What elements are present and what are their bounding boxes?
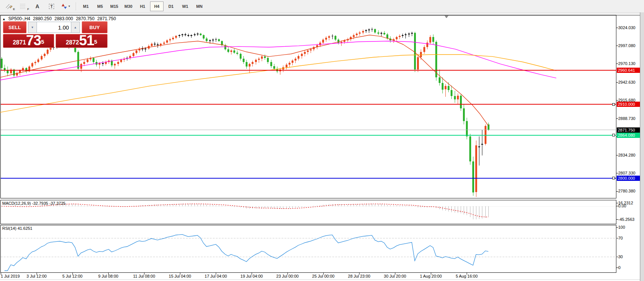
macd-main-value: -32.7935: [32, 201, 48, 206]
sell-fraction: 5: [41, 34, 44, 49]
rsi-value: 41.6251: [18, 226, 32, 231]
rsi-label: RSI(14) 41.6251: [2, 226, 32, 231]
trading-terminal-window: E F A T ▼ M1M5M15M30H1H4D1W1MN: [0, 0, 644, 281]
ohlc-open: 2880.250: [33, 16, 52, 21]
chevron-down-icon: ▼: [31, 26, 34, 29]
sell-price-tile[interactable]: 2871 73 5: [3, 34, 54, 48]
buy-pips: 51: [79, 34, 94, 47]
buy-big-figure: 2872: [66, 38, 79, 47]
ohlc-close: 2871.750: [97, 16, 116, 21]
ohlc-high: 2883.000: [55, 16, 73, 21]
volume-decrease-button[interactable]: ▼: [28, 22, 37, 33]
sell-pips: 73: [26, 34, 41, 47]
window-edge-scrollbar[interactable]: [640, 12, 644, 281]
macd-signal-value: -37.3725: [49, 201, 65, 206]
volume-stepper: ▼ 1.00 ▲: [28, 22, 80, 33]
volume-input[interactable]: 1.00: [37, 22, 71, 33]
chevron-up-icon: ▲: [74, 26, 77, 29]
ohlc-low: 2870.750: [76, 16, 94, 21]
buy-button[interactable]: BUY: [82, 21, 108, 33]
rsi-name: RSI(14): [2, 226, 16, 231]
one-click-trade-panel: SELL ▼ 1.00 ▲ BUY 2871 73 5 2872 51 5: [3, 21, 108, 48]
macd-name: MACD(12,26,9): [2, 201, 31, 206]
symbol-period-label: SP500-,H4: [8, 16, 30, 21]
buy-fraction: 5: [94, 34, 97, 49]
sell-big-figure: 2871: [13, 38, 26, 47]
collapse-panel-arrow-icon[interactable]: ▲: [2, 17, 6, 21]
buy-price-tile[interactable]: 2872 51 5: [56, 34, 108, 48]
chart-shift-marker[interactable]: [445, 16, 448, 18]
volume-increase-button[interactable]: ▲: [71, 22, 80, 33]
macd-label: MACD(12,26,9) -32.7935 -37.3725: [2, 201, 65, 206]
sell-button[interactable]: SELL: [3, 21, 27, 33]
chart-header: ▲ SP500-,H4 2880.250 2883.000 2870.750 2…: [2, 16, 118, 21]
